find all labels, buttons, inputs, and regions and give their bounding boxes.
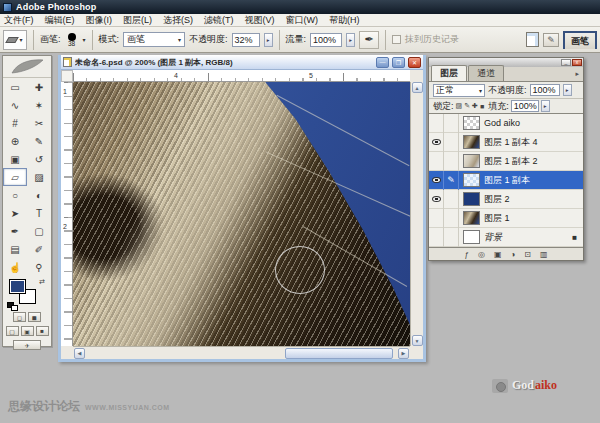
doc-close-button[interactable]: ✕ — [408, 57, 421, 68]
new-group-icon[interactable]: ▣ — [494, 250, 502, 259]
tool-zoom[interactable]: ⚲ — [27, 258, 51, 276]
brush-preset-picker[interactable]: 38 — [65, 33, 79, 47]
layer-opacity-slider-button[interactable]: ▸ — [563, 84, 572, 96]
menu-image[interactable]: 图像(I) — [86, 14, 113, 27]
foreground-color-swatch[interactable] — [9, 279, 26, 294]
tool-slice[interactable]: ✂ — [27, 114, 51, 132]
erase-to-history-checkbox[interactable] — [392, 35, 401, 44]
menu-edit[interactable]: 编辑(E) — [45, 14, 75, 27]
blend-mode-select[interactable]: 正常 ▾ — [433, 84, 485, 97]
visibility-eye-icon[interactable] — [432, 139, 441, 145]
tool-blur[interactable]: ○ — [3, 186, 27, 204]
layer-name[interactable]: God aiko — [484, 118, 583, 128]
layer-row-copy-selected[interactable]: ✎ 图层 1 副本 — [429, 171, 583, 190]
layer-row-copy-4[interactable]: 图层 1 副本 4 — [429, 133, 583, 152]
panel-minimize-button[interactable]: _ — [561, 59, 571, 66]
jump-to-imageready-button[interactable]: ✈ — [13, 340, 41, 350]
lock-position-icon[interactable]: ✚ — [472, 102, 478, 110]
standard-mode-button[interactable]: ◻ — [13, 312, 26, 322]
layer-row-background[interactable]: 背景 ■ — [429, 228, 583, 247]
fill-slider-button[interactable]: ▸ — [541, 100, 550, 112]
quick-mask-mode-button[interactable]: ◼ — [28, 312, 41, 322]
layer-name[interactable]: 图层 1 副本 — [484, 174, 583, 187]
visibility-eye-icon[interactable] — [432, 177, 441, 183]
new-layer-icon[interactable]: ⊡ — [524, 250, 531, 259]
layer-name[interactable]: 背景 — [484, 231, 572, 244]
fullscreen-menu-button[interactable]: ▣ — [21, 326, 34, 336]
layer-thumbnail[interactable] — [463, 211, 480, 225]
layer-row-layer-1[interactable]: 图层 1 — [429, 209, 583, 228]
visibility-eye-icon[interactable] — [432, 196, 441, 202]
layer-row-god-aiko[interactable]: God aiko — [429, 114, 583, 133]
tool-eraser-selected[interactable]: ▱ — [3, 168, 27, 186]
tool-history-brush[interactable]: ↺ — [27, 150, 51, 168]
tool-notes[interactable]: ▤ — [3, 240, 27, 258]
tool-lasso[interactable]: ∿ — [3, 96, 27, 114]
tool-pen[interactable]: ✒ — [3, 222, 27, 240]
brushes-palette-button[interactable]: ✎ — [543, 33, 559, 47]
menu-view[interactable]: 视图(V) — [245, 14, 275, 27]
vertical-scrollbar[interactable]: ▲ ▼ — [410, 82, 423, 346]
tool-brush[interactable]: ✎ — [27, 132, 51, 150]
standard-screen-button[interactable]: ▢ — [6, 326, 19, 336]
layer-name[interactable]: 图层 1 副本 4 — [484, 136, 583, 149]
lock-pixels-icon[interactable]: ✎ — [464, 102, 470, 110]
layer-thumbnail[interactable] — [463, 154, 480, 168]
lock-transparency-icon[interactable]: ▨ — [456, 102, 463, 110]
chevron-down-icon[interactable]: ▾ — [83, 36, 86, 43]
tab-channels[interactable]: 通道 — [468, 65, 504, 81]
horizontal-scrollbar[interactable]: ◀ ▶ — [73, 346, 410, 359]
doc-minimize-button[interactable]: — — [376, 57, 389, 68]
tool-magic-wand[interactable]: ✶ — [27, 96, 51, 114]
adjustment-layer-icon[interactable]: ◑ — [510, 250, 515, 259]
fill-input[interactable]: 100% — [511, 100, 539, 112]
fullscreen-button[interactable]: ■ — [36, 326, 49, 336]
menu-file[interactable]: 文件(F) — [4, 14, 34, 27]
file-browser-button[interactable] — [526, 32, 539, 47]
document-title-bar[interactable]: 未命名-6.psd @ 200% (图层 1 副本, RGB/8) — ❐ ✕ — [61, 55, 423, 70]
scroll-right-icon[interactable]: ▶ — [398, 348, 409, 359]
layer-thumbnail[interactable] — [463, 192, 480, 206]
layer-mask-icon[interactable]: ◎ — [478, 250, 485, 259]
tool-dodge[interactable]: ◐ — [27, 186, 51, 204]
opacity-slider-button[interactable]: ▸ — [264, 33, 273, 47]
doc-maximize-button[interactable]: ❐ — [392, 57, 405, 68]
layer-name[interactable]: 图层 1 — [484, 212, 583, 225]
tool-path-selection[interactable]: ➤ — [3, 204, 27, 222]
tool-crop[interactable]: # — [3, 114, 27, 132]
menu-help[interactable]: 帮助(H) — [329, 14, 360, 27]
scroll-left-icon[interactable]: ◀ — [74, 348, 85, 359]
flow-slider-button[interactable]: ▸ — [346, 33, 355, 47]
menu-window[interactable]: 窗口(W) — [286, 14, 319, 27]
layer-thumbnail[interactable] — [463, 173, 480, 187]
flow-input[interactable]: 100% — [310, 33, 342, 47]
tool-shape[interactable]: ▢ — [27, 222, 51, 240]
layer-style-icon[interactable]: ƒ — [464, 250, 468, 259]
layer-opacity-input[interactable]: 100% — [530, 84, 560, 96]
layer-thumbnail[interactable] — [463, 230, 480, 244]
tool-rectangular-marquee[interactable]: ▭ — [3, 78, 27, 96]
brushes-palette-well-tab[interactable]: 画笔 — [563, 31, 597, 49]
scrollbar-thumb[interactable] — [285, 348, 393, 359]
panel-menu-icon[interactable]: ▸ — [575, 70, 579, 78]
delete-layer-icon[interactable]: ▥ — [540, 250, 548, 259]
layer-row-copy-2[interactable]: 图层 1 副本 2 — [429, 152, 583, 171]
tool-eyedropper[interactable]: ✐ — [27, 240, 51, 258]
tool-hand[interactable]: ☝ — [3, 258, 27, 276]
tab-layers[interactable]: 图层 — [431, 65, 467, 81]
menu-select[interactable]: 选择(S) — [163, 14, 193, 27]
layer-row-layer-2[interactable]: 图层 2 — [429, 190, 583, 209]
layer-name[interactable]: 图层 2 — [484, 193, 583, 206]
swap-colors-icon[interactable]: ⇄ — [39, 278, 45, 286]
ruler-origin[interactable] — [61, 70, 73, 82]
menu-layer[interactable]: 图层(L) — [123, 14, 152, 27]
tool-type[interactable]: T — [27, 204, 51, 222]
scroll-down-icon[interactable]: ▼ — [412, 335, 423, 346]
layer-name[interactable]: 图层 1 副本 2 — [484, 155, 583, 168]
layer-thumbnail[interactable] — [463, 116, 480, 130]
menu-filter[interactable]: 滤镜(T) — [204, 14, 234, 27]
tool-move[interactable]: ✚ — [27, 78, 51, 96]
lock-all-icon[interactable]: ■ — [480, 103, 484, 110]
mode-select[interactable]: 画笔 ▾ — [123, 32, 185, 47]
scroll-up-icon[interactable]: ▲ — [412, 82, 423, 93]
